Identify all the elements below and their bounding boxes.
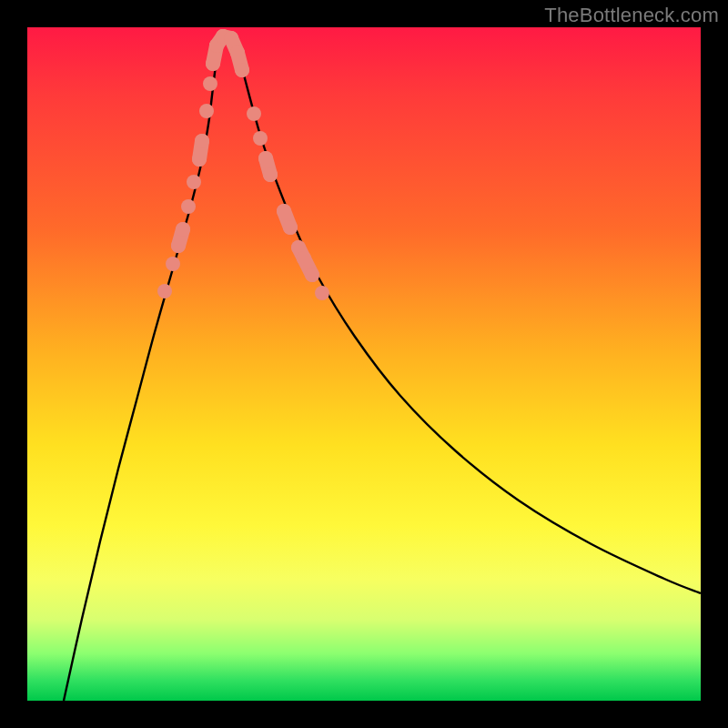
curve-layer: [64, 32, 701, 701]
chart-frame: TheBottleneck.com: [0, 0, 728, 728]
marker-dot: [305, 268, 319, 282]
curve-right-branch: [237, 46, 701, 593]
curves-svg: [27, 27, 701, 701]
marker-dot: [283, 220, 298, 235]
marker-dot: [187, 175, 201, 189]
plot-area: [27, 27, 701, 701]
dots-layer: [157, 29, 329, 300]
marker-dot: [176, 222, 190, 237]
marker-dot: [253, 131, 268, 146]
marker-dot: [315, 286, 329, 300]
marker-dot: [181, 199, 196, 214]
marker-dot: [203, 76, 217, 91]
marker-dot: [195, 134, 209, 148]
marker-dot: [263, 167, 278, 182]
marker-dot: [247, 106, 261, 121]
marker-dot: [157, 284, 172, 298]
marker-dot: [235, 63, 249, 77]
marker-dot: [199, 104, 214, 118]
marker-dot: [166, 257, 180, 271]
watermark-text: TheBottleneck.com: [544, 4, 719, 27]
